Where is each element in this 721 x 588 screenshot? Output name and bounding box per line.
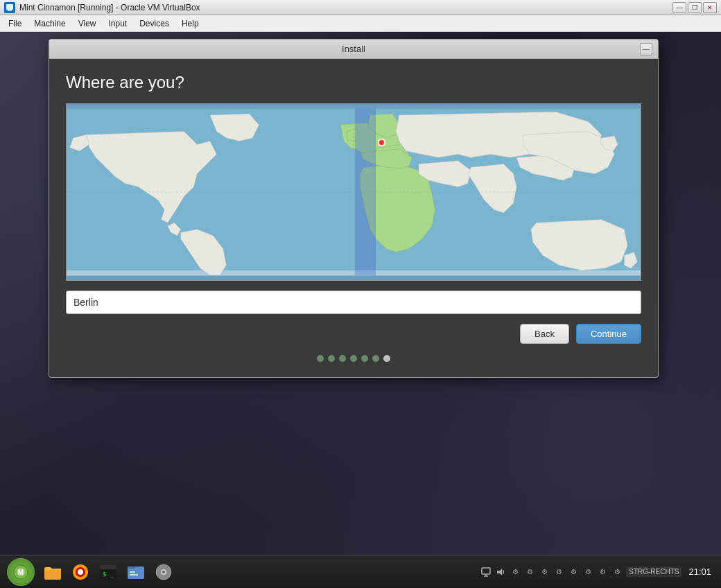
continue-button[interactable]: Continue xyxy=(576,324,641,344)
progress-dot-6 xyxy=(372,355,379,362)
system-tray: ⚙ ⚙ ⚙ ⚙ ⚙ ⚙ ⚙ ⚙ xyxy=(480,566,623,578)
progress-dot-7 xyxy=(383,355,390,362)
title-bar-controls: — ❐ ✕ xyxy=(672,2,717,13)
world-map[interactable] xyxy=(67,104,641,280)
firefox-icon xyxy=(71,562,90,582)
svg-rect-17 xyxy=(100,565,116,569)
tray-icon-network[interactable] xyxy=(480,566,492,578)
close-button[interactable]: ✕ xyxy=(703,2,717,13)
sound-icon xyxy=(495,567,506,578)
title-bar-title: Mint Cinnamon [Running] - Oracle VM Virt… xyxy=(19,3,200,12)
mint-logo-icon: M xyxy=(13,564,28,580)
progress-dot-1 xyxy=(317,355,324,362)
menu-file[interactable]: File xyxy=(3,17,27,30)
network-icon xyxy=(480,567,492,578)
taskbar-right: ⚙ ⚙ ⚙ ⚙ ⚙ ⚙ ⚙ ⚙ STRG-RECHTS 21:01 xyxy=(474,566,721,578)
strg-label: STRG-RECHTS xyxy=(626,567,681,577)
map-container[interactable] xyxy=(66,103,641,281)
svg-rect-27 xyxy=(482,568,490,574)
progress-dot-3 xyxy=(339,355,346,362)
folder-icon xyxy=(43,562,62,582)
desktop: Computer Install — Where are you? xyxy=(0,32,721,588)
clock: 21:01 xyxy=(684,567,715,577)
dialog-heading: Where are you? xyxy=(66,73,641,92)
progress-dot-4 xyxy=(350,355,357,362)
install-dialog: Install — Where are you? xyxy=(49,39,659,378)
menu-devices[interactable]: Devices xyxy=(134,17,175,30)
restore-button[interactable]: ❐ xyxy=(688,2,702,13)
menu-view[interactable]: View xyxy=(73,17,102,30)
taskbar: M $ _ xyxy=(0,555,721,588)
dialog-close-button[interactable]: — xyxy=(640,43,652,55)
tray-icon-4[interactable]: ⚙ xyxy=(553,566,565,578)
svg-text:$ _: $ _ xyxy=(103,571,114,578)
svg-rect-22 xyxy=(130,574,138,576)
progress-dot-5 xyxy=(361,355,368,362)
progress-dot-2 xyxy=(328,355,335,362)
title-bar-left: Mint Cinnamon [Running] - Oracle VM Virt… xyxy=(4,2,200,13)
tray-icon-1[interactable]: ⚙ xyxy=(509,566,521,578)
tray-icon-7[interactable]: ⚙ xyxy=(596,566,609,578)
taskbar-app-filemanager[interactable] xyxy=(123,560,148,585)
svg-point-6 xyxy=(379,139,385,146)
menu-bar: File Machine View Input Devices Help xyxy=(0,15,721,32)
taskbar-app-files[interactable] xyxy=(40,560,65,585)
dvd-icon xyxy=(154,562,173,582)
svg-point-25 xyxy=(162,571,165,573)
menu-input[interactable]: Input xyxy=(103,17,133,30)
tray-icon-3[interactable]: ⚙ xyxy=(538,566,550,578)
svg-rect-21 xyxy=(130,571,135,573)
tray-icon-6[interactable]: ⚙ xyxy=(582,566,594,578)
dialog-title: Install xyxy=(67,44,640,54)
dialog-title-bar: Install — xyxy=(49,40,658,59)
progress-dots xyxy=(66,348,641,366)
taskbar-left: M $ _ xyxy=(0,558,180,586)
taskbar-app-dvd[interactable] xyxy=(151,560,176,585)
back-button[interactable]: Back xyxy=(520,324,569,344)
filemanager-icon xyxy=(126,562,146,582)
taskbar-app-terminal[interactable]: $ _ xyxy=(96,560,121,585)
menu-help[interactable]: Help xyxy=(176,17,205,30)
svg-rect-1 xyxy=(6,4,13,10)
tray-icon-8[interactable]: ⚙ xyxy=(611,566,623,578)
virtualbox-icon xyxy=(4,2,15,13)
dialog-buttons: Back Continue xyxy=(66,324,641,344)
tray-icon-sound[interactable] xyxy=(494,566,507,578)
svg-point-15 xyxy=(78,569,83,575)
city-input[interactable] xyxy=(66,291,641,314)
tray-icon-5[interactable]: ⚙ xyxy=(567,566,580,578)
svg-rect-2 xyxy=(8,10,12,11)
title-bar: Mint Cinnamon [Running] - Oracle VM Virt… xyxy=(0,0,721,15)
start-button[interactable]: M xyxy=(7,558,35,586)
minimize-button[interactable]: — xyxy=(672,2,686,13)
svg-text:M: M xyxy=(18,569,24,576)
menu-machine[interactable]: Machine xyxy=(28,17,71,30)
dialog-body: Where are you? xyxy=(49,59,658,377)
svg-marker-30 xyxy=(497,569,502,576)
svg-rect-12 xyxy=(44,569,61,580)
tray-icon-2[interactable]: ⚙ xyxy=(523,566,536,578)
terminal-icon: $ _ xyxy=(98,562,118,582)
svg-rect-20 xyxy=(128,567,135,569)
taskbar-app-firefox[interactable] xyxy=(68,560,93,585)
